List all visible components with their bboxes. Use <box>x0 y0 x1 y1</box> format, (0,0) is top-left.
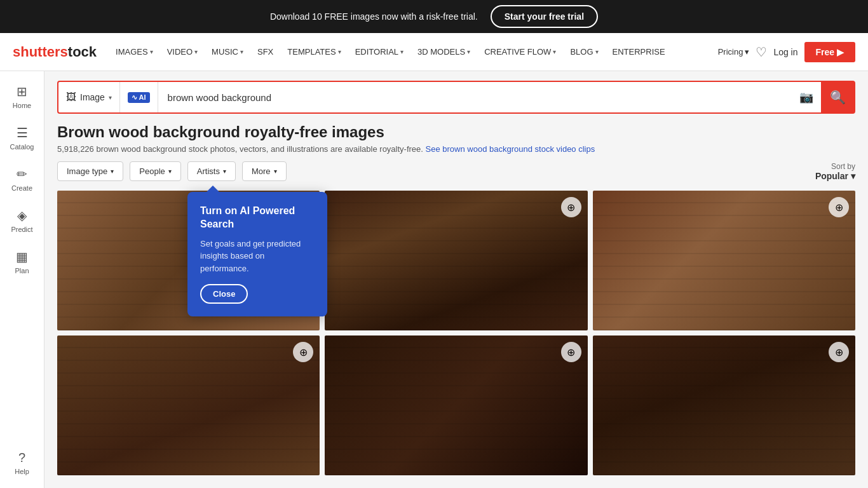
image-card-4[interactable]: ⊕ <box>57 336 320 475</box>
nav-right: Pricing▾ ♡ Log in Free ▶ <box>718 42 855 62</box>
video-clips-link[interactable]: See brown wood background stock video cl… <box>426 144 595 154</box>
nav-item-images[interactable]: IMAGES▾ <box>109 42 159 62</box>
favorites-icon[interactable]: ♡ <box>756 44 767 60</box>
nav-item-editorial[interactable]: EDITORIAL▾ <box>349 42 410 62</box>
filters-bar: Image type ▾ People ▾ Artists ▾ More ▾ S… <box>57 161 855 181</box>
chevron-down-icon: ▾ <box>338 48 341 55</box>
chevron-down-icon: ▾ <box>467 48 470 55</box>
image-card-6[interactable]: ⊕ <box>593 336 855 475</box>
image-grid: ⊕ ⊕ ⊕ ⊕ ⊕ ⊕ <box>57 191 855 475</box>
search-bar: 🖼 Image ▾ ∿ AI 📷 🔍 <box>57 81 855 114</box>
filter-image-type[interactable]: Image type ▾ <box>57 161 123 181</box>
chevron-down-icon: ▾ <box>223 168 226 175</box>
search-button[interactable]: 🔍 <box>821 82 854 112</box>
nav-item-3d-models[interactable]: 3D MODELS▾ <box>411 42 477 62</box>
image-thumbnail-3 <box>593 191 855 330</box>
results-title: Brown wood background royalty-free image… <box>57 123 855 141</box>
logo[interactable]: shutterstock <box>13 44 97 60</box>
main-layout: ⊞ Home ☰ Catalog ✏ Create ◈ Predict ▦ Pl… <box>0 71 868 488</box>
free-button[interactable]: Free ▶ <box>804 42 855 62</box>
ai-popup-close-button[interactable]: Close <box>200 284 248 304</box>
login-button[interactable]: Log in <box>773 47 797 57</box>
chevron-down-icon: ▾ <box>274 168 277 175</box>
navigation: shutterstock IMAGES▾ VIDEO▾ MUSIC▾ SFX T… <box>0 33 868 71</box>
logo-dot: s <box>60 44 68 60</box>
chevron-down-icon: ▾ <box>168 168 172 175</box>
zoom-icon-5[interactable]: ⊕ <box>561 342 581 362</box>
nav-item-music[interactable]: MUSIC▾ <box>205 42 250 62</box>
image-thumbnail-5 <box>325 336 587 475</box>
create-icon: ✏ <box>17 166 27 182</box>
results-header: Brown wood background royalty-free image… <box>57 123 855 154</box>
sidebar-item-home[interactable]: ⊞ Home <box>0 78 44 116</box>
chevron-down-icon: ▾ <box>851 171 855 181</box>
sort-dropdown[interactable]: Popular ▾ <box>815 171 855 181</box>
predict-icon: ◈ <box>17 208 27 223</box>
sidebar-item-catalog[interactable]: ☰ Catalog <box>0 119 44 157</box>
ai-popup-description: Set goals and get predicted insights bas… <box>200 238 315 275</box>
sort-area: Sort by Popular ▾ <box>815 162 855 181</box>
chevron-down-icon: ▾ <box>240 48 243 55</box>
image-card-5[interactable]: ⊕ <box>325 336 587 475</box>
image-card-3[interactable]: ⊕ <box>593 191 855 330</box>
trial-button[interactable]: Start your free trial <box>491 5 598 28</box>
sidebar-item-plan[interactable]: ▦ Plan <box>0 243 44 281</box>
sidebar-item-help[interactable]: ? Help <box>0 444 44 482</box>
chevron-down-icon: ▾ <box>595 48 599 55</box>
nav-item-templates[interactable]: TEMPLATES▾ <box>281 42 347 62</box>
nav-item-sfx[interactable]: SFX <box>251 42 280 62</box>
ai-badge: ∿ AI <box>128 92 150 103</box>
chevron-down-icon: ▾ <box>400 48 403 55</box>
search-input[interactable] <box>158 92 792 103</box>
chevron-down-icon: ▾ <box>553 48 556 55</box>
chevron-down-icon: ▾ <box>111 168 114 175</box>
camera-search-icon[interactable]: 📷 <box>792 90 821 104</box>
image-type-icon: 🖼 <box>66 92 76 103</box>
ai-search-toggle[interactable]: ∿ AI <box>120 82 158 112</box>
image-card-2[interactable]: ⊕ <box>325 191 587 330</box>
sidebar: ⊞ Home ☰ Catalog ✏ Create ◈ Predict ▦ Pl… <box>0 71 44 488</box>
nav-item-creative-flow[interactable]: CREATIVE FLOW▾ <box>478 42 562 62</box>
help-icon: ? <box>18 451 25 465</box>
logo-stock: tock <box>68 44 97 60</box>
sidebar-item-create[interactable]: ✏ Create <box>0 160 44 198</box>
nav-item-video[interactable]: VIDEO▾ <box>161 42 204 62</box>
image-thumbnail-6 <box>593 336 855 475</box>
zoom-icon-3[interactable]: ⊕ <box>829 197 849 217</box>
nav-item-blog[interactable]: BLOG▾ <box>564 42 604 62</box>
sidebar-item-predict[interactable]: ◈ Predict <box>0 201 44 240</box>
content-area: 🖼 Image ▾ ∿ AI 📷 🔍 Brown wood background… <box>44 71 868 488</box>
ai-popup-title: Turn on AI Powered Search <box>200 205 315 231</box>
logo-shutter: shutter <box>13 44 60 60</box>
results-subtitle: 5,918,226 brown wood background stock ph… <box>57 144 855 154</box>
zoom-icon-2[interactable]: ⊕ <box>561 197 581 217</box>
banner-text: Download 10 FREE images now with a risk-… <box>270 11 478 22</box>
filter-more[interactable]: More ▾ <box>242 161 287 181</box>
top-banner: Download 10 FREE images now with a risk-… <box>0 0 868 33</box>
zoom-icon-6[interactable]: ⊕ <box>829 342 849 362</box>
chevron-down-icon: ▾ <box>745 47 749 57</box>
nav-pricing[interactable]: Pricing▾ <box>718 47 750 57</box>
search-type-dropdown[interactable]: 🖼 Image ▾ <box>58 82 120 112</box>
filter-artists[interactable]: Artists ▾ <box>187 161 236 181</box>
filters-left: Image type ▾ People ▾ Artists ▾ More ▾ <box>57 161 287 181</box>
nav-items: IMAGES▾ VIDEO▾ MUSIC▾ SFX TEMPLATES▾ EDI… <box>109 42 718 62</box>
chevron-down-icon: ▾ <box>109 94 112 101</box>
home-icon: ⊞ <box>17 84 27 99</box>
ai-popup: Turn on AI Powered Search Set goals and … <box>187 192 327 316</box>
plan-icon: ▦ <box>16 249 28 264</box>
nav-item-enterprise[interactable]: ENTERPRISE <box>606 42 672 62</box>
catalog-icon: ☰ <box>17 125 28 140</box>
image-thumbnail-2 <box>325 191 587 330</box>
filter-people[interactable]: People ▾ <box>130 161 180 181</box>
chevron-down-icon: ▾ <box>194 48 198 55</box>
image-thumbnail-4 <box>57 336 320 475</box>
chevron-down-icon: ▾ <box>150 48 153 55</box>
